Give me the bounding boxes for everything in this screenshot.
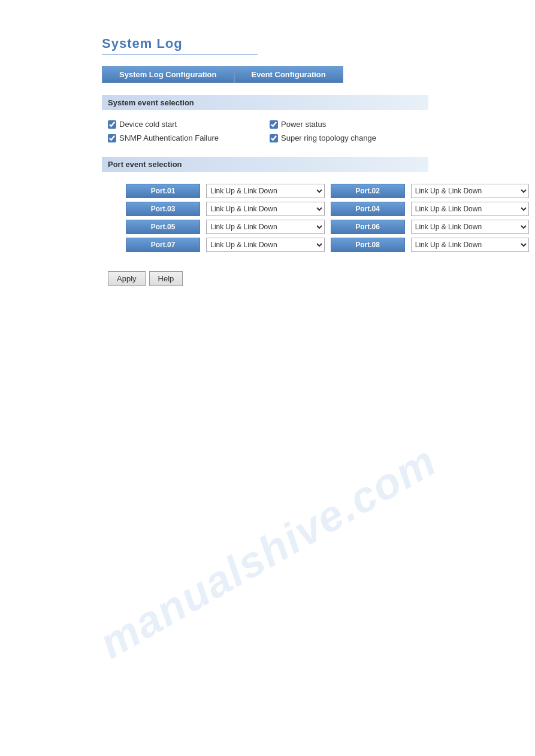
- port-grid: Port.01 Link Up & Link Down Link Up Link…: [102, 179, 535, 260]
- port-label-05: Port.05: [126, 220, 200, 234]
- apply-button[interactable]: Apply: [108, 271, 146, 286]
- port-label-04: Port.04: [331, 202, 405, 216]
- port-select-01[interactable]: Link Up & Link Down Link Up Link Down Di…: [206, 184, 324, 198]
- page-title: System Log: [102, 36, 258, 55]
- checkbox-super-ring-topology[interactable]: Super ring topology change: [270, 133, 419, 142]
- port-select-07[interactable]: Link Up & Link Down Link Up Link Down Di…: [206, 238, 324, 252]
- tabs-container: System Log Configuration Event Configura…: [102, 66, 359, 83]
- watermark: manualshive.com: [91, 436, 445, 668]
- port-label-07: Port.07: [126, 238, 200, 252]
- checkbox-snmp-auth-failure-input[interactable]: [108, 134, 116, 142]
- port-label-02: Port.02: [331, 184, 405, 198]
- port-select-05[interactable]: Link Up & Link Down Link Up Link Down Di…: [206, 220, 324, 234]
- port-select-02[interactable]: Link Up & Link Down Link Up Link Down Di…: [411, 184, 529, 198]
- checkbox-power-status[interactable]: Power status: [270, 120, 419, 129]
- help-button[interactable]: Help: [149, 271, 183, 286]
- system-event-section-header: System event selection: [102, 95, 428, 110]
- port-select-08[interactable]: Link Up & Link Down Link Up Link Down Di…: [411, 238, 529, 252]
- port-select-03[interactable]: Link Up & Link Down Link Up Link Down Di…: [206, 202, 324, 216]
- checkbox-power-status-label: Power status: [281, 120, 326, 129]
- port-label-06: Port.06: [331, 220, 405, 234]
- port-label-01: Port.01: [126, 184, 200, 198]
- checkbox-super-ring-topology-input[interactable]: [270, 134, 278, 142]
- port-event-section-header: Port event selection: [102, 157, 428, 172]
- port-select-04[interactable]: Link Up & Link Down Link Up Link Down Di…: [411, 202, 529, 216]
- checkbox-device-cold-start-input[interactable]: [108, 120, 116, 129]
- port-event-section: Port event selection Port.01 Link Up & L…: [102, 157, 535, 260]
- buttons-area: Apply Help: [102, 271, 535, 286]
- checkbox-snmp-auth-failure[interactable]: SNMP Authentication Failure: [108, 133, 258, 142]
- system-event-checkboxes: Device cold start Power status SNMP Auth…: [102, 117, 425, 151]
- checkbox-device-cold-start-label: Device cold start: [119, 120, 177, 129]
- tab-system-log-config[interactable]: System Log Configuration: [102, 66, 234, 83]
- checkbox-snmp-auth-failure-label: SNMP Authentication Failure: [119, 133, 219, 142]
- port-label-08: Port.08: [331, 238, 405, 252]
- page-wrapper: System Log System Log Configuration Even…: [0, 0, 535, 756]
- checkbox-super-ring-topology-label: Super ring topology change: [281, 133, 376, 142]
- tab-event-config[interactable]: Event Configuration: [234, 66, 343, 83]
- port-select-06[interactable]: Link Up & Link Down Link Up Link Down Di…: [411, 220, 529, 234]
- port-label-03: Port.03: [126, 202, 200, 216]
- checkbox-power-status-input[interactable]: [270, 120, 278, 129]
- checkbox-device-cold-start[interactable]: Device cold start: [108, 120, 258, 129]
